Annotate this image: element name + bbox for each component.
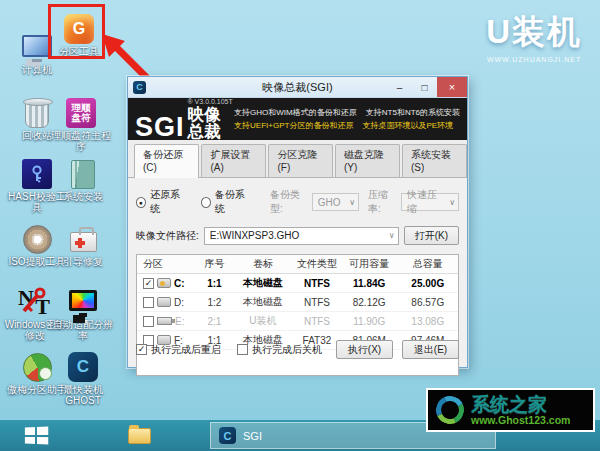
desktop-icon-resolution[interactable]: 自动适配分辨率: [52, 281, 114, 341]
icon-label: 理顺盘符主程序: [50, 130, 112, 152]
start-button[interactable]: [25, 427, 48, 445]
col-filesystem: 文件类型: [293, 257, 341, 271]
icon-label: 自动适配分辨率: [52, 319, 114, 341]
ghost123-logo-icon: [432, 392, 468, 428]
feature-text: 支持UEFI+GPT分区的备份和还原: [234, 119, 353, 132]
sgi-window: C 映像总裁(SGI) – □ × SGI ® V3.0.0.105T 映像总裁…: [127, 76, 468, 368]
feature-list: 支持GHO和WIM格式的备份和还原 支持NT5和NT6的系统安装 支持UEFI+…: [234, 106, 460, 132]
minimize-button[interactable]: –: [387, 77, 412, 97]
desktop-icon-ghost[interactable]: C 最快装机GHOST: [52, 346, 114, 406]
tab-partition-clone[interactable]: 分区克隆(F): [268, 144, 333, 177]
col-free: 可用容量: [341, 257, 398, 271]
backup-type-label: 备份类型:: [270, 188, 308, 216]
col-partition: 分区: [137, 257, 196, 271]
row-checkbox[interactable]: [143, 316, 154, 327]
tab-extended-settings[interactable]: 扩展设置(A): [201, 144, 266, 177]
open-button[interactable]: 打开(K): [404, 226, 459, 245]
install-book-icon: [71, 160, 95, 189]
restore-label: 还原系统: [150, 188, 186, 216]
ghost123-badge: 系统之家 www.Ghost123.com: [426, 388, 595, 432]
highlight-box: [48, 4, 105, 59]
row-checkbox[interactable]: [143, 297, 154, 308]
icon-label: 计算机: [6, 64, 68, 75]
task-label: SGI: [243, 430, 262, 442]
compress-label: 压缩率:: [368, 188, 397, 216]
image-path-input[interactable]: E:\WINXPSP3.GHO∨: [204, 227, 399, 245]
file-explorer-button[interactable]: [128, 428, 151, 444]
chevron-down-icon: ∨: [389, 231, 395, 240]
table-row[interactable]: E: 2:1U装机 NTFS11.90G 13.08G: [137, 312, 458, 331]
usb-icon: [157, 317, 172, 325]
badge-title: 系统之家: [471, 395, 570, 414]
compress-select[interactable]: 快速压缩∨: [401, 193, 459, 211]
recycle-bin-icon: [25, 101, 49, 128]
brand-logo: SGI: [135, 114, 185, 140]
col-index: 序号: [196, 257, 233, 271]
shutdown-label: 执行完成后关机: [252, 343, 322, 357]
reboot-checkbox[interactable]: ✓: [136, 344, 147, 355]
backup-label: 备份系统: [215, 188, 251, 216]
execute-button[interactable]: 执行(X): [336, 340, 393, 359]
restore-radio[interactable]: ●: [136, 197, 146, 208]
image-path-label: 映像文件路径:: [136, 229, 199, 243]
monitor-icon: [69, 290, 97, 311]
badge-url: www.Ghost123.com: [471, 414, 570, 426]
window-footer: ✓ 执行完成后重启 执行完成后关机 执行(X) 退出(E): [136, 340, 459, 359]
uzhuangji-watermark: U装机 WWW.UZHUANGJI.NET: [486, 10, 582, 63]
ghost-icon: C: [68, 352, 98, 382]
table-row[interactable]: ✓ C: 1:1本地磁盘 NTFS11.84G 25.00G: [137, 274, 458, 293]
backup-radio[interactable]: [201, 197, 211, 208]
chevron-down-icon: ∨: [449, 198, 455, 207]
tab-bar: 备份还原(C) 扩展设置(A) 分区克隆(F) 磁盘克隆(Y) 系统安装(S): [128, 140, 467, 178]
disk-icon: [157, 278, 171, 288]
shutdown-checkbox[interactable]: [237, 344, 248, 355]
table-row[interactable]: D: 1:2本地磁盘 NTFS82.12G 86.57G: [137, 293, 458, 312]
feature-text: 支持GHO和WIM格式的备份和还原: [234, 106, 357, 119]
backup-type-select[interactable]: GHO∨: [312, 193, 359, 211]
reboot-label: 执行完成后重启: [151, 343, 221, 357]
tab-disk-clone[interactable]: 磁盘克隆(Y): [335, 144, 400, 177]
icon-label: 系统安装: [52, 191, 114, 202]
brand-product: 映像总裁: [188, 106, 235, 140]
icon-label: 引导修复: [52, 256, 114, 267]
options-row: ● 还原系统 备份系统 备份类型: GHO∨ 压缩率: 快速压缩∨: [136, 188, 459, 216]
sgi-task-icon: C: [219, 427, 236, 444]
pie-icon: [23, 353, 52, 382]
maximize-button[interactable]: □: [412, 77, 437, 97]
toolbox-icon: [70, 232, 97, 252]
image-path-row: 映像文件路径: E:\WINXPSP3.GHO∨ 打开(K): [136, 226, 459, 245]
feature-text: 支持桌面环境以及PE环境: [362, 119, 453, 132]
exit-button[interactable]: 退出(E): [402, 340, 459, 359]
brand: SGI ® V3.0.0.105T 映像总裁: [135, 98, 234, 140]
desktop-icon-system-install[interactable]: 系统安装: [52, 153, 114, 202]
key-icon: [22, 159, 52, 189]
chevron-down-icon: ∨: [349, 198, 355, 207]
close-button[interactable]: ×: [437, 77, 467, 97]
watermark-title: U装机: [486, 10, 582, 55]
drive-letter-icon: 理顺盘符: [66, 98, 96, 128]
title-bar[interactable]: C 映像总裁(SGI) – □ ×: [128, 77, 467, 98]
disk-icon: [157, 297, 171, 307]
watermark-subtitle: WWW.UZHUANGJI.NET: [486, 56, 582, 63]
table-header: 分区 序号 卷标 文件类型 可用容量 总容量: [137, 255, 458, 274]
app-header: SGI ® V3.0.0.105T 映像总裁 支持GHO和WIM格式的备份和还原…: [128, 98, 467, 140]
col-total: 总容量: [398, 257, 458, 271]
tab-backup-restore[interactable]: 备份还原(C): [134, 144, 199, 178]
row-checkbox[interactable]: ✓: [143, 278, 154, 289]
cd-icon: [23, 225, 52, 254]
nt-key-icon: NT: [18, 287, 52, 317]
windows-logo-icon: [25, 427, 35, 435]
icon-label: 最快装机GHOST: [52, 384, 114, 406]
tab-system-install[interactable]: 系统安装(S): [402, 144, 467, 177]
desktop-icon-drive-letter-tool[interactable]: 理顺盘符 理顺盘符主程序: [50, 92, 112, 152]
feature-text: 支持NT5和NT6的系统安装: [366, 106, 460, 119]
desktop-icon-boot-repair[interactable]: 引导修复: [52, 218, 114, 267]
col-volume: 卷标: [233, 257, 293, 271]
